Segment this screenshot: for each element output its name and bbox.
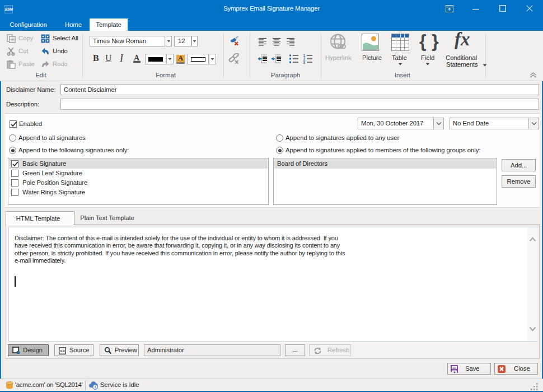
svg-text:3: 3 <box>303 60 306 64</box>
svg-text:<>: <> <box>60 348 65 353</box>
